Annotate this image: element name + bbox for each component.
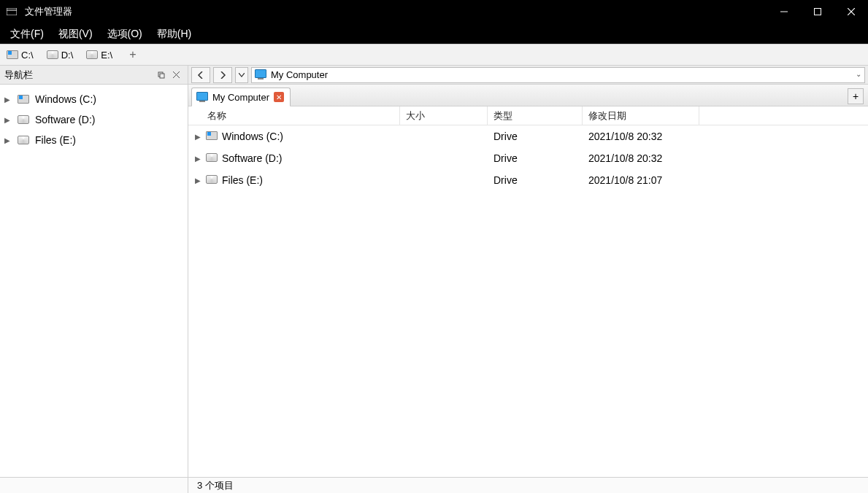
nav-history-dropdown[interactable] [235,67,248,83]
menu-options[interactable]: 选项(O) [100,26,150,42]
drive-icon [206,174,218,186]
menu-view[interactable]: 视图(V) [51,26,100,42]
drive-button-c[interactable]: C:\ [3,47,42,63]
chevron-right-icon: ▶ [4,136,13,144]
tree-item-label: Windows (C:) [35,93,96,105]
nav-tree: ▶ Windows (C:) ▶ Software (D:) ▶ Files (… [0,85,188,155]
sidebar-float-button[interactable] [154,68,169,82]
drive-add-button[interactable]: + [122,47,143,63]
tree-item-label: Software (D:) [35,114,95,125]
sidebar-header: 导航栏 [0,66,188,85]
drive-icon [18,115,31,124]
drive-c-icon [206,131,218,142]
main-area: 导航栏 ▶ Windows (C:) ▶ Software (D:) ▶ [0,66,868,477]
row-type: Drive [488,152,583,164]
column-header-type[interactable]: 类型 [488,106,583,125]
chevron-right-icon: ▶ [194,133,201,141]
window-title: 文件管理器 [25,5,72,18]
row-date: 2021/10/8 21:07 [583,174,699,186]
tab-my-computer[interactable]: My Computer ✕ [191,88,291,106]
chevron-right-icon: ▶ [4,116,13,124]
sidebar: 导航栏 ▶ Windows (C:) ▶ Software (D:) ▶ [0,66,188,477]
row-name: Windows (C:) [222,131,283,142]
tab-label: My Computer [212,92,269,103]
titlebar: 文件管理器 [0,0,868,23]
row-date: 2021/10/8 20:32 [583,131,699,142]
drive-e-label: E:\ [101,50,112,61]
list-item[interactable]: ▶ Files (E:) Drive 2021/10/8 21:07 [188,169,868,191]
chevron-right-icon: ▶ [194,155,201,163]
row-date: 2021/10/8 20:32 [583,152,699,164]
tree-item-e[interactable]: ▶ Files (E:) [1,130,186,150]
sidebar-close-button[interactable] [169,68,183,82]
minimize-button[interactable] [767,0,801,23]
row-name: Software (D:) [222,152,282,164]
row-type: Drive [488,131,583,142]
tab-add-button[interactable]: + [848,88,864,104]
column-header-name[interactable]: 名称 [188,106,400,125]
menu-file[interactable]: 文件(F) [3,26,51,42]
tree-item-label: Files (E:) [35,134,76,146]
row-type: Drive [488,174,583,186]
drive-button-d[interactable]: D:\ [43,47,82,63]
tree-item-c[interactable]: ▶ Windows (C:) [1,89,186,109]
nav-back-button[interactable] [191,67,210,83]
column-header-date[interactable]: 修改日期 [583,106,699,125]
computer-icon [255,69,266,80]
chevron-right-icon: ▶ [4,96,13,104]
drive-c-icon [18,95,31,104]
menu-help[interactable]: 帮助(H) [150,26,199,42]
nav-forward-button[interactable] [213,67,232,83]
drive-toolbar: C:\ D:\ E:\ + [0,44,868,66]
chevron-right-icon: ▶ [194,176,201,185]
drive-c-label: C:\ [21,50,34,61]
maximize-button[interactable] [801,0,834,23]
drive-icon [47,50,58,59]
nav-row: My Computer ⌄ [188,66,868,85]
address-bar[interactable]: My Computer ⌄ [251,67,865,83]
list-header: 名称 大小 类型 修改日期 [188,106,868,125]
tab-strip: My Computer ✕ + [188,85,868,106]
svg-rect-7 [160,74,164,78]
tab-close-button[interactable]: ✕ [274,92,284,102]
list-item[interactable]: ▶ Software (D:) Drive 2021/10/8 20:32 [188,147,868,169]
address-path: My Computer [271,69,328,80]
status-message: 3 个项目 [188,479,234,492]
drive-icon [18,136,31,144]
svg-rect-0 [7,8,17,15]
address-dropdown-icon[interactable]: ⌄ [856,70,861,78]
svg-rect-3 [815,9,821,15]
row-name: Files (E:) [222,174,263,186]
drive-button-e[interactable]: E:\ [82,47,120,63]
app-icon [3,8,20,15]
status-bar: 3 个项目 [0,477,868,493]
drive-d-label: D:\ [61,50,74,61]
drive-c-icon [7,50,18,59]
computer-icon [196,92,208,103]
column-header-size[interactable]: 大小 [400,106,488,125]
tree-item-d[interactable]: ▶ Software (D:) [1,109,186,130]
drive-icon [86,50,98,59]
drive-icon [206,152,218,164]
file-list: ▶ Windows (C:) Drive 2021/10/8 20:32 ▶ S… [188,125,868,477]
list-item[interactable]: ▶ Windows (C:) Drive 2021/10/8 20:32 [188,125,868,147]
sidebar-title: 导航栏 [4,69,33,82]
content-area: My Computer ⌄ My Computer ✕ + 名称 大小 类型 修… [188,66,868,477]
close-button[interactable] [834,0,868,23]
menubar: 文件(F) 视图(V) 选项(O) 帮助(H) [0,23,868,44]
